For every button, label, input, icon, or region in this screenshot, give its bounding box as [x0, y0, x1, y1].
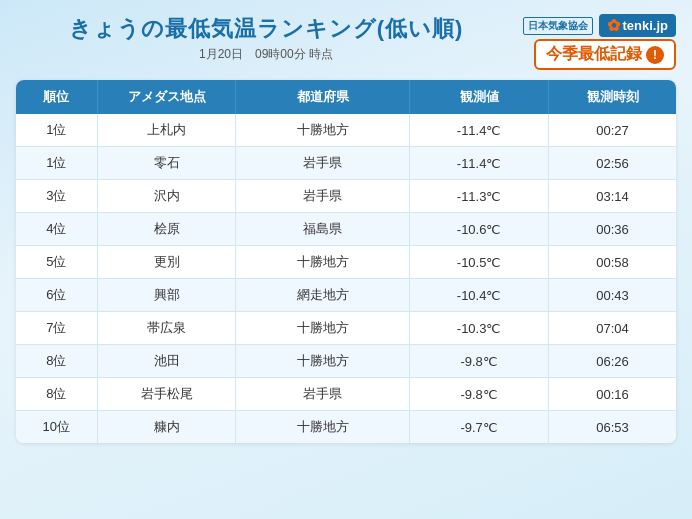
col-header-pref: 都道府県 — [236, 80, 410, 114]
cell-value: -9.7℃ — [410, 411, 549, 444]
table-row: 10位糠内十勝地方-9.7℃06:53 — [16, 411, 676, 444]
cell-value: -11.4℃ — [410, 114, 549, 147]
date-time: 1月20日 09時00分 時点 — [16, 46, 516, 63]
cell-rank: 8位 — [16, 345, 97, 378]
cell-station: 桧原 — [97, 213, 236, 246]
exclamation-icon: ! — [646, 46, 664, 64]
main-container: きょうの最低気温ランキング(低い順) 1月20日 09時00分 時点 日本気象協… — [0, 0, 692, 519]
cell-rank: 1位 — [16, 114, 97, 147]
cell-value: -11.3℃ — [410, 180, 549, 213]
cell-time: 00:16 — [549, 378, 676, 411]
cell-time: 07:04 — [549, 312, 676, 345]
cell-pref: 網走地方 — [236, 279, 410, 312]
cell-time: 06:26 — [549, 345, 676, 378]
col-header-rank: 順位 — [16, 80, 97, 114]
cell-value: -9.8℃ — [410, 345, 549, 378]
season-record-badge: 今季最低記録 ! — [534, 39, 676, 70]
cell-pref: 十勝地方 — [236, 246, 410, 279]
cell-pref: 十勝地方 — [236, 312, 410, 345]
main-title: きょうの最低気温ランキング(低い順) — [16, 14, 516, 44]
tenki-logo: ✿ tenki.jp — [599, 14, 676, 37]
table-row: 3位沢内岩手県-11.3℃03:14 — [16, 180, 676, 213]
header-row: きょうの最低気温ランキング(低い順) 1月20日 09時00分 時点 日本気象協… — [16, 14, 676, 70]
logo-top: 日本気象協会 ✿ tenki.jp — [523, 14, 676, 37]
table-row: 1位上札内十勝地方-11.4℃00:27 — [16, 114, 676, 147]
title-block: きょうの最低気温ランキング(低い順) 1月20日 09時00分 時点 — [16, 14, 516, 63]
cell-pref: 岩手県 — [236, 147, 410, 180]
cell-station: 零石 — [97, 147, 236, 180]
tenki-label: tenki.jp — [622, 18, 668, 33]
col-header-value: 観測値 — [410, 80, 549, 114]
cell-rank: 1位 — [16, 147, 97, 180]
cell-station: 更別 — [97, 246, 236, 279]
cell-rank: 6位 — [16, 279, 97, 312]
cell-time: 00:43 — [549, 279, 676, 312]
jma-logo: 日本気象協会 — [523, 17, 593, 35]
table-row: 8位岩手松尾岩手県-9.8℃00:16 — [16, 378, 676, 411]
cell-value: -10.4℃ — [410, 279, 549, 312]
cell-station: 池田 — [97, 345, 236, 378]
cell-value: -11.4℃ — [410, 147, 549, 180]
cell-station: 帯広泉 — [97, 312, 236, 345]
table-row: 6位興部網走地方-10.4℃00:43 — [16, 279, 676, 312]
cell-pref: 十勝地方 — [236, 411, 410, 444]
cell-rank: 7位 — [16, 312, 97, 345]
cell-rank: 10位 — [16, 411, 97, 444]
cell-pref: 福島県 — [236, 213, 410, 246]
cell-pref: 岩手県 — [236, 378, 410, 411]
cell-station: 興部 — [97, 279, 236, 312]
cell-value: -9.8℃ — [410, 378, 549, 411]
cell-station: 上札内 — [97, 114, 236, 147]
cell-time: 02:56 — [549, 147, 676, 180]
cell-time: 00:58 — [549, 246, 676, 279]
cell-rank: 3位 — [16, 180, 97, 213]
cell-rank: 8位 — [16, 378, 97, 411]
table-header-row: 順位 アメダス地点 都道府県 観測値 観測時刻 — [16, 80, 676, 114]
ranking-table: 順位 アメダス地点 都道府県 観測値 観測時刻 1位上札内十勝地方-11.4℃0… — [16, 80, 676, 443]
season-record-label: 今季最低記録 — [546, 44, 642, 65]
cell-station: 沢内 — [97, 180, 236, 213]
cell-pref: 岩手県 — [236, 180, 410, 213]
table-row: 1位零石岩手県-11.4℃02:56 — [16, 147, 676, 180]
cell-value: -10.3℃ — [410, 312, 549, 345]
cell-rank: 5位 — [16, 246, 97, 279]
cell-pref: 十勝地方 — [236, 345, 410, 378]
col-header-time: 観測時刻 — [549, 80, 676, 114]
cell-station: 糠内 — [97, 411, 236, 444]
logo-block: 日本気象協会 ✿ tenki.jp 今季最低記録 ! — [516, 14, 676, 70]
cell-time: 00:27 — [549, 114, 676, 147]
cell-time: 00:36 — [549, 213, 676, 246]
col-header-station: アメダス地点 — [97, 80, 236, 114]
cell-value: -10.6℃ — [410, 213, 549, 246]
table-row: 4位桧原福島県-10.6℃00:36 — [16, 213, 676, 246]
table-body: 1位上札内十勝地方-11.4℃00:271位零石岩手県-11.4℃02:563位… — [16, 114, 676, 443]
table-row: 5位更別十勝地方-10.5℃00:58 — [16, 246, 676, 279]
cell-value: -10.5℃ — [410, 246, 549, 279]
table-row: 8位池田十勝地方-9.8℃06:26 — [16, 345, 676, 378]
cell-time: 06:53 — [549, 411, 676, 444]
tenki-dot: ✿ — [607, 16, 620, 35]
table-row: 7位帯広泉十勝地方-10.3℃07:04 — [16, 312, 676, 345]
cell-rank: 4位 — [16, 213, 97, 246]
cell-pref: 十勝地方 — [236, 114, 410, 147]
cell-time: 03:14 — [549, 180, 676, 213]
cell-station: 岩手松尾 — [97, 378, 236, 411]
ranking-table-wrapper: 順位 アメダス地点 都道府県 観測値 観測時刻 1位上札内十勝地方-11.4℃0… — [16, 80, 676, 443]
